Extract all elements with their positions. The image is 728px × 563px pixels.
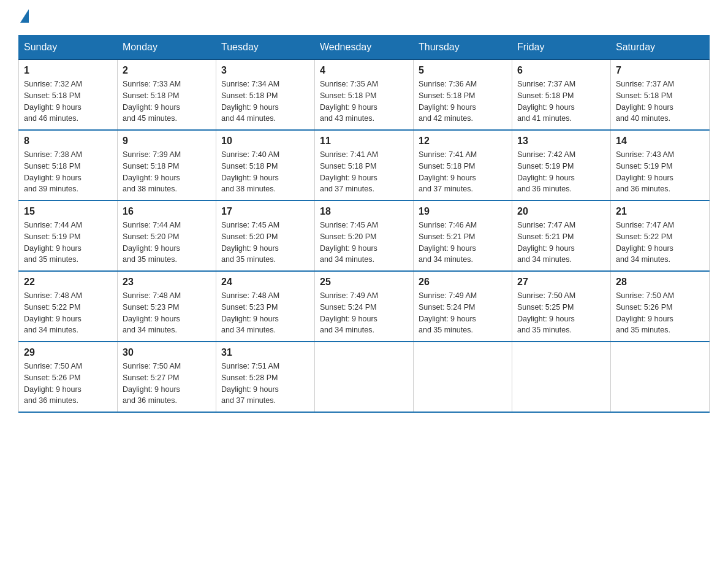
- day-number: 27: [517, 277, 605, 288]
- day-info: Sunrise: 7:43 AM Sunset: 5:19 PM Dayligh…: [616, 149, 704, 195]
- day-number: 13: [517, 136, 605, 147]
- calendar-cell: 30 Sunrise: 7:50 AM Sunset: 5:27 PM Dayl…: [118, 342, 216, 412]
- calendar-cell: 31 Sunrise: 7:51 AM Sunset: 5:28 PM Dayl…: [216, 342, 315, 412]
- calendar-cell: 14 Sunrise: 7:43 AM Sunset: 5:19 PM Dayl…: [611, 130, 710, 201]
- day-number: 22: [24, 277, 112, 288]
- day-info: Sunrise: 7:50 AM Sunset: 5:26 PM Dayligh…: [24, 361, 112, 407]
- day-info: Sunrise: 7:46 AM Sunset: 5:21 PM Dayligh…: [419, 220, 507, 266]
- day-number: 17: [221, 206, 309, 217]
- calendar-cell: 26 Sunrise: 7:49 AM Sunset: 5:24 PM Dayl…: [414, 271, 512, 342]
- day-number: 9: [123, 136, 211, 147]
- day-info: Sunrise: 7:50 AM Sunset: 5:25 PM Dayligh…: [517, 290, 605, 336]
- day-info: Sunrise: 7:48 AM Sunset: 5:22 PM Dayligh…: [24, 290, 112, 336]
- day-number: 12: [419, 136, 507, 147]
- calendar-cell: 21 Sunrise: 7:47 AM Sunset: 5:22 PM Dayl…: [611, 201, 710, 271]
- day-info: Sunrise: 7:50 AM Sunset: 5:26 PM Dayligh…: [616, 290, 704, 336]
- day-number: 21: [616, 206, 704, 217]
- calendar-cell: 10 Sunrise: 7:40 AM Sunset: 5:18 PM Dayl…: [216, 130, 315, 201]
- calendar-cell: [414, 342, 512, 412]
- day-info: Sunrise: 7:48 AM Sunset: 5:23 PM Dayligh…: [221, 290, 309, 336]
- calendar-cell: 23 Sunrise: 7:48 AM Sunset: 5:23 PM Dayl…: [118, 271, 216, 342]
- column-header-saturday: Saturday: [611, 36, 710, 60]
- column-header-tuesday: Tuesday: [216, 36, 315, 60]
- day-info: Sunrise: 7:37 AM Sunset: 5:18 PM Dayligh…: [517, 79, 605, 124]
- calendar-header-row: SundayMondayTuesdayWednesdayThursdayFrid…: [19, 36, 710, 60]
- day-number: 26: [419, 277, 507, 288]
- day-number: 25: [320, 277, 408, 288]
- logo: [18, 12, 29, 23]
- column-header-monday: Monday: [118, 36, 216, 60]
- day-info: Sunrise: 7:44 AM Sunset: 5:20 PM Dayligh…: [123, 220, 211, 266]
- calendar-cell: 18 Sunrise: 7:45 AM Sunset: 5:20 PM Dayl…: [315, 201, 414, 271]
- day-number: 29: [24, 347, 112, 358]
- day-info: Sunrise: 7:32 AM Sunset: 5:18 PM Dayligh…: [24, 79, 112, 124]
- calendar-cell: 5 Sunrise: 7:36 AM Sunset: 5:18 PM Dayli…: [414, 59, 512, 130]
- day-number: 5: [419, 65, 507, 76]
- calendar-cell: 16 Sunrise: 7:44 AM Sunset: 5:20 PM Dayl…: [118, 201, 216, 271]
- calendar-cell: 20 Sunrise: 7:47 AM Sunset: 5:21 PM Dayl…: [512, 201, 611, 271]
- calendar-week-row: 29 Sunrise: 7:50 AM Sunset: 5:26 PM Dayl…: [19, 342, 710, 412]
- day-number: 14: [616, 136, 704, 147]
- day-info: Sunrise: 7:39 AM Sunset: 5:18 PM Dayligh…: [123, 149, 211, 195]
- day-number: 7: [616, 65, 704, 76]
- calendar-cell: 25 Sunrise: 7:49 AM Sunset: 5:24 PM Dayl…: [315, 271, 414, 342]
- calendar-cell: 9 Sunrise: 7:39 AM Sunset: 5:18 PM Dayli…: [118, 130, 216, 201]
- page-header: [18, 12, 710, 23]
- day-number: 4: [320, 65, 408, 76]
- day-info: Sunrise: 7:47 AM Sunset: 5:22 PM Dayligh…: [616, 220, 704, 266]
- calendar-table: SundayMondayTuesdayWednesdayThursdayFrid…: [18, 35, 710, 413]
- day-info: Sunrise: 7:49 AM Sunset: 5:24 PM Dayligh…: [419, 290, 507, 336]
- day-info: Sunrise: 7:45 AM Sunset: 5:20 PM Dayligh…: [221, 220, 309, 266]
- column-header-friday: Friday: [512, 36, 611, 60]
- day-info: Sunrise: 7:34 AM Sunset: 5:18 PM Dayligh…: [221, 79, 309, 124]
- day-number: 18: [320, 206, 408, 217]
- column-header-sunday: Sunday: [19, 36, 118, 60]
- day-number: 2: [123, 65, 211, 76]
- day-number: 15: [24, 206, 112, 217]
- calendar-cell: 15 Sunrise: 7:44 AM Sunset: 5:19 PM Dayl…: [19, 201, 118, 271]
- day-info: Sunrise: 7:45 AM Sunset: 5:20 PM Dayligh…: [320, 220, 408, 266]
- calendar-cell: 6 Sunrise: 7:37 AM Sunset: 5:18 PM Dayli…: [512, 59, 611, 130]
- day-info: Sunrise: 7:35 AM Sunset: 5:18 PM Dayligh…: [320, 79, 408, 124]
- calendar-cell: 24 Sunrise: 7:48 AM Sunset: 5:23 PM Dayl…: [216, 271, 315, 342]
- calendar-cell: 28 Sunrise: 7:50 AM Sunset: 5:26 PM Dayl…: [611, 271, 710, 342]
- day-info: Sunrise: 7:48 AM Sunset: 5:23 PM Dayligh…: [123, 290, 211, 336]
- day-number: 8: [24, 136, 112, 147]
- calendar-cell: [512, 342, 611, 412]
- calendar-cell: 12 Sunrise: 7:41 AM Sunset: 5:18 PM Dayl…: [414, 130, 512, 201]
- day-info: Sunrise: 7:44 AM Sunset: 5:19 PM Dayligh…: [24, 220, 112, 266]
- calendar-week-row: 1 Sunrise: 7:32 AM Sunset: 5:18 PM Dayli…: [19, 59, 710, 130]
- day-info: Sunrise: 7:50 AM Sunset: 5:27 PM Dayligh…: [123, 361, 211, 407]
- day-number: 24: [221, 277, 309, 288]
- calendar-cell: 17 Sunrise: 7:45 AM Sunset: 5:20 PM Dayl…: [216, 201, 315, 271]
- calendar-cell: 1 Sunrise: 7:32 AM Sunset: 5:18 PM Dayli…: [19, 59, 118, 130]
- calendar-cell: 7 Sunrise: 7:37 AM Sunset: 5:18 PM Dayli…: [611, 59, 710, 130]
- calendar-week-row: 8 Sunrise: 7:38 AM Sunset: 5:18 PM Dayli…: [19, 130, 710, 201]
- day-number: 20: [517, 206, 605, 217]
- day-number: 31: [221, 347, 309, 358]
- day-number: 28: [616, 277, 704, 288]
- day-info: Sunrise: 7:37 AM Sunset: 5:18 PM Dayligh…: [616, 79, 704, 124]
- day-info: Sunrise: 7:41 AM Sunset: 5:18 PM Dayligh…: [419, 149, 507, 195]
- logo-triangle-icon: [20, 9, 29, 23]
- column-header-thursday: Thursday: [414, 36, 512, 60]
- calendar-cell: [315, 342, 414, 412]
- day-info: Sunrise: 7:38 AM Sunset: 5:18 PM Dayligh…: [24, 149, 112, 195]
- calendar-cell: [611, 342, 710, 412]
- day-number: 23: [123, 277, 211, 288]
- calendar-cell: 29 Sunrise: 7:50 AM Sunset: 5:26 PM Dayl…: [19, 342, 118, 412]
- calendar-cell: 2 Sunrise: 7:33 AM Sunset: 5:18 PM Dayli…: [118, 59, 216, 130]
- day-number: 6: [517, 65, 605, 76]
- calendar-cell: 11 Sunrise: 7:41 AM Sunset: 5:18 PM Dayl…: [315, 130, 414, 201]
- day-number: 19: [419, 206, 507, 217]
- day-info: Sunrise: 7:47 AM Sunset: 5:21 PM Dayligh…: [517, 220, 605, 266]
- calendar-week-row: 15 Sunrise: 7:44 AM Sunset: 5:19 PM Dayl…: [19, 201, 710, 271]
- calendar-cell: 4 Sunrise: 7:35 AM Sunset: 5:18 PM Dayli…: [315, 59, 414, 130]
- day-info: Sunrise: 7:49 AM Sunset: 5:24 PM Dayligh…: [320, 290, 408, 336]
- day-info: Sunrise: 7:51 AM Sunset: 5:28 PM Dayligh…: [221, 361, 309, 407]
- day-info: Sunrise: 7:36 AM Sunset: 5:18 PM Dayligh…: [419, 79, 507, 124]
- day-number: 10: [221, 136, 309, 147]
- day-number: 3: [221, 65, 309, 76]
- day-info: Sunrise: 7:42 AM Sunset: 5:19 PM Dayligh…: [517, 149, 605, 195]
- day-number: 1: [24, 65, 112, 76]
